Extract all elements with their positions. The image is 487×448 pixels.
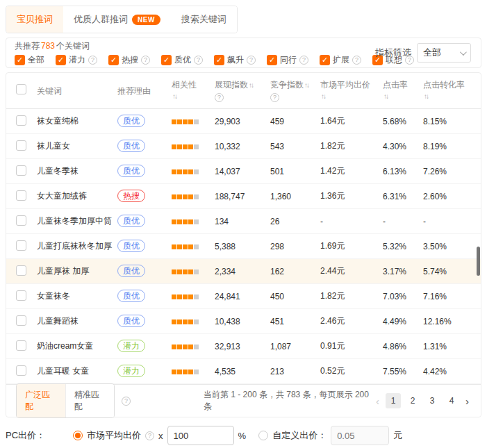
prev-page-icon[interactable]: ‹ <box>374 395 381 407</box>
table-row[interactable]: 女大童加绒裤 热搜 188,747 1,360 1.36元 6.31% 2.60… <box>6 184 481 209</box>
impression-value: 2,334 <box>215 267 270 276</box>
competition-value: 1,360 <box>270 192 320 201</box>
reason-tag: 热搜 <box>117 190 145 202</box>
col-ctr[interactable]: 点击率↑↓ <box>383 79 423 102</box>
avg-bid-value: 1.82元 <box>320 140 383 152</box>
market-bid-radio[interactable] <box>73 431 83 440</box>
reason-tag: 质优 <box>117 265 145 277</box>
select-all-checkbox[interactable] <box>16 84 26 94</box>
row-checkbox[interactable] <box>16 340 26 351</box>
table-row[interactable]: 儿童袜冬季加厚中筒 质优 134 26 - - - <box>6 209 481 234</box>
row-checkbox[interactable] <box>16 290 26 301</box>
cvr-value: 1.31% <box>423 342 481 351</box>
avg-bid-value: 0.91元 <box>320 340 383 352</box>
metric-filter-select[interactable]: 全部 <box>417 43 471 63</box>
filter-checkbox[interactable]: ✓ 潜力 ? <box>56 54 97 66</box>
avg-bid-value: 1.82元 <box>320 290 383 302</box>
ctr-value: - <box>383 217 423 226</box>
filter-checkbox[interactable]: ✓ 全部 <box>15 54 44 66</box>
col-avg-bid[interactable]: 市场平均出价↑↓ <box>320 79 383 102</box>
relevance-bars <box>172 320 199 324</box>
table-row[interactable]: 袜儿童女 质优 10,332 543 1.82元 4.30% 8.19% <box>6 134 481 159</box>
page-number[interactable]: 2 <box>405 393 420 408</box>
table-row[interactable]: 儿童打底袜秋冬加厚 质优 5,388 298 1.69元 5.32% 3.50% <box>6 234 481 259</box>
broad-match-button[interactable]: 广泛匹配 <box>17 384 66 417</box>
help-icon: ? <box>88 56 97 65</box>
keyword-text: 儿童打底袜秋冬加厚 <box>37 240 117 252</box>
competition-value: 162 <box>270 267 320 276</box>
row-checkbox[interactable] <box>16 315 26 326</box>
cvr-value: 3.50% <box>423 242 481 251</box>
table-row[interactable]: 女童袜冬 质优 24,841 450 1.82元 7.03% 7.16% <box>6 284 481 309</box>
help-icon: ? <box>352 56 361 65</box>
col-impression[interactable]: 展现指数↑↓? <box>215 79 270 102</box>
sort-icon: ↑↓ <box>172 92 176 100</box>
table-row[interactable]: 儿童厚袜 加厚 质优 2,334 162 2.44元 3.17% 5.74% <box>6 259 481 284</box>
filter-checkbox[interactable]: ✓ 同行 ? <box>267 54 308 66</box>
custom-bid-input[interactable] <box>331 426 389 445</box>
relevance-bars <box>172 119 199 124</box>
tab-search-keywords[interactable]: 搜索关键词 <box>171 6 237 33</box>
table-row[interactable]: 儿童舞蹈袜 质优 10,438 451 2.46元 4.49% 12.16% <box>6 309 481 334</box>
checkbox-label: 热搜 <box>122 54 138 66</box>
impression-value: 188,747 <box>215 192 270 201</box>
filter-checkbox[interactable]: ✓ 热搜 ? <box>108 54 150 66</box>
cvr-value: 5.74% <box>423 267 481 276</box>
ctr-value: 5.32% <box>383 242 423 251</box>
table-row[interactable]: 儿童耳暖 女童 潜力 4,535 213 0.52元 7.55% 4.42% <box>6 359 481 384</box>
col-relevance[interactable]: 相关性↑↓ <box>172 79 215 102</box>
table-row[interactable]: 儿童冬季袜 质优 14,037 501 1.42元 6.13% 7.26% <box>6 159 481 184</box>
reason-tag: 质优 <box>117 115 145 127</box>
table-row[interactable]: 袜女童纯棉 质优 29,903 459 1.64元 5.68% 8.15% <box>6 109 481 134</box>
checkbox-label: 同行 <box>280 54 297 66</box>
row-checkbox[interactable] <box>16 190 26 201</box>
filter-checkbox[interactable]: ✓ 质优 ? <box>161 54 203 66</box>
filter-checkbox[interactable]: ✓ 飙升 ? <box>214 54 256 66</box>
col-competition[interactable]: 竞争指数↑↓? <box>270 79 320 102</box>
ctr-value: 4.30% <box>383 142 423 151</box>
row-checkbox[interactable] <box>16 240 26 251</box>
impression-value: 4,535 <box>215 367 270 376</box>
row-checkbox[interactable] <box>16 115 26 126</box>
custom-bid-radio[interactable] <box>258 431 268 440</box>
checkbox-icon: ✓ <box>108 55 119 65</box>
scrollbar-thumb[interactable] <box>477 247 480 276</box>
relevance-bars <box>172 194 199 199</box>
page-number[interactable]: 1 <box>386 393 401 408</box>
row-checkbox[interactable] <box>16 265 26 276</box>
row-checkbox[interactable] <box>16 165 26 176</box>
ctr-value: 5.68% <box>383 117 423 126</box>
help-icon: ? <box>141 56 150 65</box>
market-bid-percent-input[interactable] <box>167 426 234 445</box>
filter-checkbox[interactable]: ✓ 扩展 ? <box>320 54 361 66</box>
page-number[interactable]: 3 <box>424 393 440 408</box>
relevance-bars <box>172 144 199 149</box>
impression-value: 5,388 <box>215 242 270 251</box>
avg-bid-value: 1.69元 <box>320 240 383 252</box>
cvr-value: 4.42% <box>423 367 481 376</box>
table-row[interactable]: 奶油cream女童 潜力 32,913 1,087 0.91元 4.86% 1.… <box>6 334 481 359</box>
ctr-value: 3.17% <box>383 267 423 276</box>
ctr-value: 7.03% <box>383 292 423 301</box>
exact-match-button[interactable]: 精准匹配 <box>66 384 115 417</box>
page-number[interactable]: 4 <box>444 393 459 408</box>
tab-item-recommend[interactable]: 宝贝推词 <box>6 6 63 33</box>
cvr-value: 8.19% <box>423 142 481 151</box>
row-checkbox[interactable] <box>16 365 26 376</box>
ctr-value: 4.86% <box>383 342 423 351</box>
tab-crowd-keywords[interactable]: 优质人群推词 NEW <box>63 6 171 33</box>
row-checkbox[interactable] <box>16 140 26 151</box>
relevance-bars <box>172 244 199 249</box>
cvr-value: 7.26% <box>423 167 481 176</box>
impression-value: 29,903 <box>215 117 270 126</box>
competition-value: 213 <box>270 367 320 376</box>
avg-bid-value: - <box>320 217 383 226</box>
row-checkbox[interactable] <box>16 215 26 226</box>
sort-icon: ↑↓ <box>383 92 388 100</box>
table-header: 关键词 推荐理由 相关性↑↓ 展现指数↑↓? 竞争指数↑↓? 市场平均出价↑↓ … <box>6 73 481 109</box>
avg-bid-value: 2.46元 <box>320 315 383 327</box>
tab-label: 优质人群推词 <box>74 13 128 26</box>
col-cvr[interactable]: 点击转化率↑↓ <box>423 79 481 102</box>
next-page-icon[interactable]: › <box>463 395 471 407</box>
help-icon: ? <box>299 56 308 65</box>
